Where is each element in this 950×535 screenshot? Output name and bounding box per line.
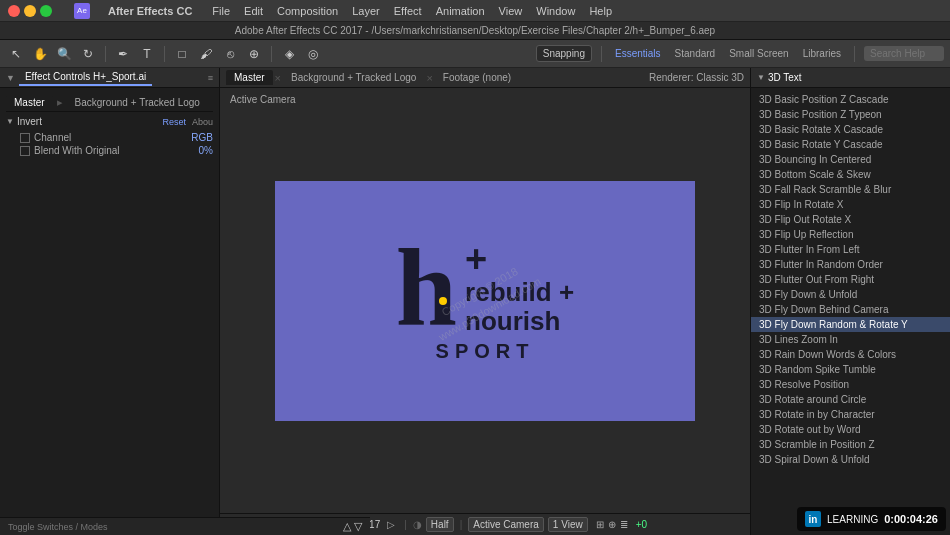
- logo-container: h + rebuild + nourish SPORT: [275, 181, 695, 421]
- logo-h: h: [396, 239, 457, 338]
- close-button[interactable]: [8, 5, 20, 17]
- selection-tool[interactable]: ↖: [6, 44, 26, 64]
- fx-reset-btn[interactable]: Reset: [162, 117, 186, 127]
- shape-tool[interactable]: □: [172, 44, 192, 64]
- subtab-bg[interactable]: Background + Tracked Logo: [67, 95, 208, 110]
- menu-window[interactable]: Window: [536, 5, 575, 17]
- effect-item-3[interactable]: 3D Basic Rotate Y Cascade: [751, 137, 950, 152]
- expand-icon[interactable]: ▼: [6, 117, 14, 126]
- zoom-tool[interactable]: 🔍: [54, 44, 74, 64]
- menu-help[interactable]: Help: [589, 5, 612, 17]
- effect-controls-header: ▼ Effect Controls H+_Sport.ai ≡: [0, 68, 219, 88]
- effect-item-16[interactable]: 3D Lines Zoom In: [751, 332, 950, 347]
- fx-invert-label: Invert: [17, 116, 42, 127]
- effect-item-8[interactable]: 3D Flip Out Rotate X: [751, 212, 950, 227]
- effects-panel-title: 3D Text: [768, 72, 802, 83]
- menu-edit[interactable]: Edit: [244, 5, 263, 17]
- brush-tool[interactable]: 🖌: [196, 44, 216, 64]
- menu-effect[interactable]: Effect: [394, 5, 422, 17]
- frame-step-fwd[interactable]: ▷: [384, 518, 398, 531]
- channel-checkbox[interactable]: [20, 133, 30, 143]
- window-title: Adobe After Effects CC 2017 - /Users/mar…: [235, 25, 715, 36]
- comp-tab-master[interactable]: Master: [226, 70, 273, 85]
- effect-item-15[interactable]: 3D Fly Down Random & Rotate Y: [751, 317, 950, 332]
- renderer-label: Renderer: Classic 3D: [649, 72, 744, 83]
- effect-item-0[interactable]: 3D Basic Position Z Cascade: [751, 92, 950, 107]
- comp-canvas: h + rebuild + nourish SPORT Copyright © …: [220, 88, 750, 513]
- pen-tool[interactable]: ✒: [113, 44, 133, 64]
- view-dropdown[interactable]: Active Camera: [468, 517, 544, 532]
- logo-plus-text: +: [465, 240, 574, 278]
- effect-item-23[interactable]: 3D Scramble in Position Z: [751, 437, 950, 452]
- main-layout: ▼ Effect Controls H+_Sport.ai ≡ Master ▸…: [0, 68, 950, 535]
- puppet-tool[interactable]: ⊕: [244, 44, 264, 64]
- logo-sport: SPORT: [436, 340, 535, 363]
- workspace-libraries[interactable]: Libraries: [799, 46, 845, 61]
- menu-composition[interactable]: Composition: [277, 5, 338, 17]
- effect-item-18[interactable]: 3D Random Spike Tumble: [751, 362, 950, 377]
- workspace-essentials[interactable]: Essentials: [611, 46, 665, 61]
- linkedin-icon: in: [805, 511, 821, 527]
- pin-tool[interactable]: ◈: [279, 44, 299, 64]
- workspace-smallscreen[interactable]: Small Screen: [725, 46, 792, 61]
- effect-item-13[interactable]: 3D Fly Down & Unfold: [751, 287, 950, 302]
- stamp-tool[interactable]: ⎋: [220, 44, 240, 64]
- resolution-icon: ≣: [620, 519, 628, 530]
- snapping-button[interactable]: Snapping: [536, 45, 592, 62]
- position-marker: [439, 297, 447, 305]
- linkedin-badge: in LEARNING 0:00:04:26: [797, 507, 946, 531]
- tab-master[interactable]: Effect Controls H+_Sport.ai: [19, 69, 152, 86]
- maximize-button[interactable]: [40, 5, 52, 17]
- grid-icon: ⊞: [596, 519, 604, 530]
- effect-item-1[interactable]: 3D Basic Position Z Typeon: [751, 107, 950, 122]
- channel-value: RGB: [191, 132, 213, 143]
- effect-item-11[interactable]: 3D Flutter In Random Order: [751, 257, 950, 272]
- motion-tool[interactable]: ◎: [303, 44, 323, 64]
- menu-view[interactable]: View: [499, 5, 523, 17]
- title-bar: Adobe After Effects CC 2017 - /Users/mar…: [0, 22, 950, 40]
- separator2: [164, 46, 165, 62]
- logo-main-row: h + rebuild + nourish: [396, 239, 574, 338]
- menu-file[interactable]: File: [212, 5, 230, 17]
- subtab-master[interactable]: Master: [6, 95, 53, 110]
- composition-viewer[interactable]: Active Camera h + rebuild + nourish: [220, 88, 750, 513]
- search-input[interactable]: [864, 46, 944, 61]
- effects-panel: ▼ 3D Text 3D Basic Position Z Cascade 3D…: [750, 68, 950, 535]
- channel-label: Channel: [34, 132, 71, 143]
- views-dropdown[interactable]: 1 View: [548, 517, 588, 532]
- rotate-tool[interactable]: ↻: [78, 44, 98, 64]
- comp-tab-footage[interactable]: Footage (none): [435, 70, 519, 85]
- effect-item-19[interactable]: 3D Resolve Position: [751, 377, 950, 392]
- effect-item-4[interactable]: 3D Bouncing In Centered: [751, 152, 950, 167]
- blend-checkbox[interactable]: [20, 146, 30, 156]
- effect-item-12[interactable]: 3D Flutter Out From Right: [751, 272, 950, 287]
- hand-tool[interactable]: ✋: [30, 44, 50, 64]
- panel-expand-icon[interactable]: ▼: [757, 73, 765, 82]
- effect-item-24[interactable]: 3D Spiral Down & Unfold: [751, 452, 950, 467]
- toolbar-right: Snapping Essentials Standard Small Scree…: [536, 45, 944, 62]
- effect-item-20[interactable]: 3D Rotate around Circle: [751, 392, 950, 407]
- workspace-standard[interactable]: Standard: [671, 46, 720, 61]
- video-timer: 0:00:04:26: [884, 513, 938, 525]
- effect-item-5[interactable]: 3D Bottom Scale & Skew: [751, 167, 950, 182]
- effect-item-6[interactable]: 3D Fall Rack Scramble & Blur: [751, 182, 950, 197]
- comp-inner: h + rebuild + nourish SPORT Copyright © …: [275, 181, 695, 421]
- effect-item-10[interactable]: 3D Flutter In From Left: [751, 242, 950, 257]
- effect-item-9[interactable]: 3D Flip Up Reflection: [751, 227, 950, 242]
- effect-item-7[interactable]: 3D Flip In Rotate X: [751, 197, 950, 212]
- quality-dropdown[interactable]: Half: [426, 517, 454, 532]
- comp-tab-bg[interactable]: Background + Tracked Logo: [283, 70, 424, 85]
- effect-item-2[interactable]: 3D Basic Rotate X Cascade: [751, 122, 950, 137]
- effect-item-17[interactable]: 3D Rain Down Words & Colors: [751, 347, 950, 362]
- composition-area: Master × Background + Tracked Logo × Foo…: [220, 68, 750, 535]
- menu-animation[interactable]: Animation: [436, 5, 485, 17]
- channel-icon: ⊕: [608, 519, 616, 530]
- effect-controls-body: Master ▸ Background + Tracked Logo ▼ Inv…: [0, 88, 219, 535]
- effect-item-21[interactable]: 3D Rotate in by Character: [751, 407, 950, 422]
- effects-list: 3D Basic Position Z Cascade 3D Basic Pos…: [751, 88, 950, 535]
- effect-item-22[interactable]: 3D Rotate out by Word: [751, 422, 950, 437]
- menu-layer[interactable]: Layer: [352, 5, 380, 17]
- minimize-button[interactable]: [24, 5, 36, 17]
- effect-item-14[interactable]: 3D Fly Down Behind Camera: [751, 302, 950, 317]
- text-tool[interactable]: T: [137, 44, 157, 64]
